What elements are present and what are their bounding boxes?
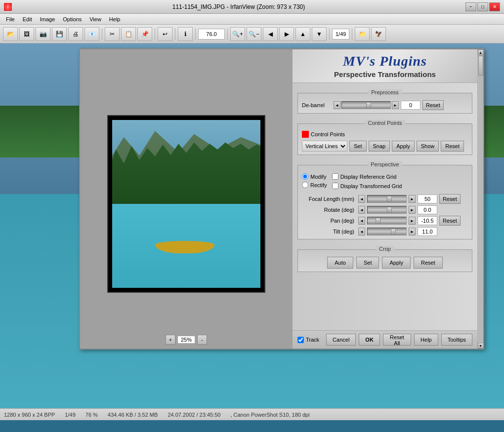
debarrel-slider: ◄ ► (334, 101, 399, 109)
cp-set-button[interactable]: Set (349, 141, 367, 152)
debarrel-thumb[interactable] (366, 102, 371, 108)
toolbar-save-button[interactable]: 💾 (52, 27, 67, 41)
scrollbar-up[interactable]: ▲ (478, 49, 484, 55)
toolbar-up-button[interactable]: ▲ (295, 27, 310, 41)
crop-set-button[interactable]: Set (356, 257, 379, 269)
pan-track[interactable] (367, 217, 407, 225)
tilt-left-arrow[interactable]: ◄ (358, 228, 365, 236)
toolbar-thumbnail-button[interactable]: 🖼 (19, 27, 34, 41)
toolbar-email-button[interactable]: 📧 (84, 27, 99, 41)
rotate-thumb[interactable] (387, 207, 392, 213)
toolbar-next-button[interactable]: ▶ (279, 27, 294, 41)
menu-options[interactable]: Options (59, 15, 85, 23)
crop-reset-button[interactable]: Reset (414, 257, 443, 269)
help-button[interactable]: Help (414, 334, 438, 346)
menu-view[interactable]: View (85, 15, 105, 23)
toolbar-paste-button[interactable]: 📌 (137, 27, 152, 41)
debarrel-left-arrow[interactable]: ◄ (334, 101, 340, 109)
tilt-value[interactable] (418, 227, 437, 236)
toolbar-cut-button[interactable]: ✂ (105, 27, 120, 41)
cp-header: Control Points (302, 131, 468, 138)
preview-panel: + 25% - (80, 49, 293, 349)
toolbar-logo-button[interactable]: 🦅 (371, 27, 386, 41)
toolbar-browse-button[interactable]: 📁 (355, 27, 370, 41)
toolbar-filmstrip-button[interactable]: 📷 (36, 27, 50, 41)
focal-right-arrow[interactable]: ► (409, 195, 416, 203)
control-points-title: Control Points (365, 120, 405, 126)
focal-track[interactable] (367, 195, 407, 203)
crop-buttons: Auto Set Apply Reset (302, 257, 468, 269)
trans-grid-checkbox[interactable] (332, 183, 338, 189)
ok-button[interactable]: OK (359, 334, 380, 346)
cp-type-dropdown[interactable]: Vertical Lines (302, 141, 347, 152)
debarrel-reset-button[interactable]: Reset (422, 100, 444, 110)
pan-reset-button[interactable]: Reset (439, 216, 461, 226)
track-checkbox[interactable] (297, 337, 304, 343)
tilt-thumb[interactable] (391, 229, 396, 235)
pan-thumb[interactable] (376, 218, 380, 224)
toolbar-info-button[interactable]: ℹ (178, 27, 193, 41)
cp-snap-button[interactable]: Snap (369, 141, 390, 152)
focal-length-label: Focal Length (mm) (302, 196, 356, 202)
crop-auto-button[interactable]: Auto (327, 257, 353, 269)
rotate-value[interactable] (418, 205, 437, 214)
pan-left-arrow[interactable]: ◄ (358, 217, 365, 225)
zoom-input[interactable] (198, 29, 225, 39)
tilt-right-arrow[interactable]: ► (409, 228, 416, 236)
focal-left-arrow[interactable]: ◄ (358, 195, 365, 203)
rotate-left-arrow[interactable]: ◄ (358, 206, 365, 214)
scrollbar-thumb[interactable] (478, 56, 483, 76)
cp-apply-button[interactable]: Apply (392, 141, 415, 152)
cp-reset-button[interactable]: Reset (441, 141, 464, 152)
toolbar-prev-button[interactable]: ◀ (263, 27, 278, 41)
focal-value[interactable] (418, 195, 437, 203)
rectify-label: Rectify (310, 182, 327, 188)
focal-reset-button[interactable]: Reset (439, 194, 461, 204)
toolbar-separator-5 (227, 28, 228, 40)
debarrel-track[interactable] (341, 101, 391, 109)
status-position: 1/49 (65, 412, 75, 418)
toolbar-down-button[interactable]: ▼ (312, 27, 327, 41)
tooltips-button[interactable]: Tooltips (441, 334, 472, 346)
ref-grid-label: Display Reference Grid (340, 174, 397, 180)
close-button[interactable]: ✕ (489, 2, 500, 11)
ref-grid-checkbox[interactable] (332, 173, 338, 180)
toolbar-print-button[interactable]: 🖨 (68, 27, 83, 41)
main-area: + 25% - MV's Plugins Perspective Transfo… (0, 43, 504, 420)
preview-zoom-minus[interactable]: - (197, 335, 207, 345)
reset-all-button[interactable]: Reset All (383, 334, 411, 346)
cancel-button[interactable]: Cancel (326, 334, 356, 346)
maximize-button[interactable]: □ (477, 2, 488, 11)
debarrel-value[interactable] (401, 101, 420, 110)
modify-radio[interactable] (302, 173, 308, 180)
pan-right-arrow[interactable]: ► (409, 217, 416, 225)
preview-zoom-plus[interactable]: + (166, 335, 175, 345)
cp-indicator (302, 131, 309, 138)
crop-apply-button[interactable]: Apply (382, 257, 411, 269)
cp-show-button[interactable]: Show (417, 141, 439, 152)
menu-file[interactable]: File (2, 15, 19, 23)
menu-help[interactable]: Help (105, 15, 125, 23)
scrollbar-down[interactable]: ▼ (478, 343, 484, 349)
debarrel-right-arrow[interactable]: ► (392, 101, 399, 109)
rectify-radio[interactable] (302, 182, 308, 188)
window-controls: − □ ✕ (465, 2, 500, 11)
menu-image[interactable]: Image (36, 15, 59, 23)
toolbar-open-button[interactable]: 📂 (3, 27, 18, 41)
scrollbar-track[interactable] (478, 56, 483, 342)
bottom-buttons: Track Cancel OK Reset All Help Tooltips (293, 330, 477, 349)
rotate-track[interactable] (367, 206, 407, 214)
tilt-track[interactable] (367, 228, 407, 236)
toolbar-undo-button[interactable]: ↩ (158, 27, 172, 41)
menu-edit[interactable]: Edit (19, 15, 36, 23)
nav-counter: 1/49 (332, 29, 349, 39)
focal-thumb[interactable] (387, 196, 392, 202)
toolbar-separator-4 (195, 28, 196, 40)
toolbar-copy-button[interactable]: 📋 (121, 27, 136, 41)
minimize-button[interactable]: − (465, 2, 476, 11)
pan-value[interactable] (418, 216, 437, 225)
debarrel-row: De-barrel ◄ ► Reset (302, 100, 468, 110)
toolbar-zoom-in-button[interactable]: 🔍+ (230, 27, 245, 41)
rotate-right-arrow[interactable]: ► (409, 206, 416, 214)
toolbar-zoom-out-button[interactable]: 🔍− (247, 27, 261, 41)
